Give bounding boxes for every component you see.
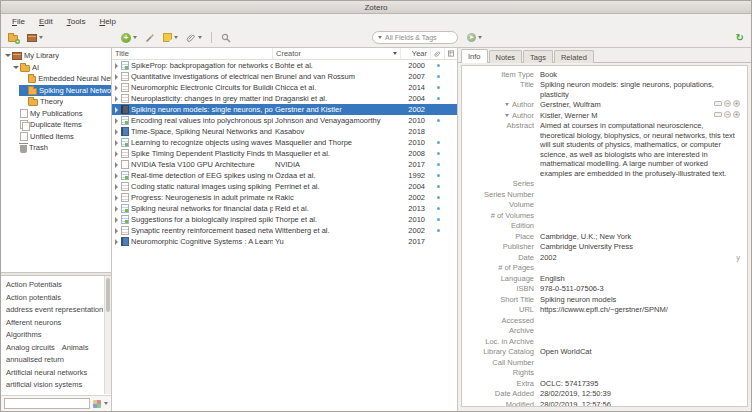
new-library-button[interactable] xyxy=(27,33,43,42)
field-label[interactable]: Archive xyxy=(466,326,540,336)
collection-item-unfiled-items[interactable]: Unfiled Items xyxy=(1,131,111,143)
item-row[interactable]: Spiking neural networks for financial da… xyxy=(112,203,457,214)
menu-file[interactable]: File xyxy=(5,16,32,27)
column-header-creator[interactable]: Creator xyxy=(273,48,401,59)
field-label[interactable]: Author xyxy=(466,111,540,121)
tag-options-icon[interactable] xyxy=(93,400,101,408)
item-row[interactable]: SpikeProp: backpropagation for networks … xyxy=(112,60,457,71)
field-value[interactable]: 2002 xyxy=(540,253,736,263)
field-label[interactable]: Author xyxy=(466,100,540,110)
twisty-collapsed-icon[interactable] xyxy=(114,107,119,113)
column-header-attachments[interactable] xyxy=(431,48,445,59)
collection-item-ai[interactable]: AI xyxy=(1,62,111,74)
item-row[interactable]: Spike Timing Dependent Plasticity Finds … xyxy=(112,148,457,159)
field-label[interactable]: Place xyxy=(466,232,540,242)
twisty-collapsed-icon[interactable] xyxy=(114,173,119,179)
menu-edit[interactable]: Edit xyxy=(32,16,60,27)
twisty-collapsed-icon[interactable] xyxy=(114,239,119,245)
tab-related[interactable]: Related xyxy=(554,50,594,63)
twisty-expanded-icon[interactable] xyxy=(5,54,10,57)
twisty-collapsed-icon[interactable] xyxy=(114,74,119,80)
locate-button[interactable]: ➤ xyxy=(467,33,482,42)
column-picker-button[interactable] xyxy=(445,48,457,59)
item-row[interactable]: Synaptic reentry reinforcement based net… xyxy=(112,225,457,236)
field-value[interactable]: Open WorldCat xyxy=(540,347,740,357)
field-value[interactable]: Gerstner, Wulfram xyxy=(540,100,714,110)
item-row[interactable]: Neuroplasticity: changes in grey matter … xyxy=(112,93,457,104)
menu-help[interactable]: Help xyxy=(92,16,122,27)
field-value[interactable]: English xyxy=(540,274,740,284)
creator-type-menu-icon[interactable] xyxy=(505,103,509,106)
add-creator-button[interactable]: + xyxy=(733,100,740,107)
field-label[interactable]: Title xyxy=(466,80,540,90)
twisty-collapsed-icon[interactable] xyxy=(114,195,119,201)
tag-item[interactable]: Artificial neural networks xyxy=(6,367,87,380)
field-label[interactable]: Publisher xyxy=(466,242,540,252)
field-label[interactable]: Item Type xyxy=(466,70,540,80)
item-row[interactable]: Neuromorphic Cognitive Systems : A Learn… xyxy=(112,236,457,247)
collection-item-trash[interactable]: Trash xyxy=(1,142,111,154)
tab-info[interactable]: Info xyxy=(461,49,488,63)
collection-item-theory[interactable]: Theory xyxy=(1,96,111,108)
item-row[interactable]: Real-time detection of EEG spikes using … xyxy=(112,170,457,181)
field-label[interactable]: ISBN xyxy=(466,284,540,294)
field-value[interactable]: Spiking neuron models: single neurons, p… xyxy=(540,80,740,99)
collection-item-duplicate-items[interactable]: Duplicate Items xyxy=(1,119,111,131)
field-value[interactable]: Cambridge University Press xyxy=(540,242,740,252)
sync-button[interactable]: ↻ xyxy=(736,33,744,43)
field-label[interactable]: Accessed xyxy=(466,316,540,326)
item-row[interactable]: Spiking neuron models: single neurons, p… xyxy=(112,104,457,115)
twisty-collapsed-icon[interactable] xyxy=(114,96,119,102)
field-label[interactable]: Date Added xyxy=(466,389,540,399)
field-value[interactable]: 28/02/2019, 12:50:39 xyxy=(540,389,740,399)
item-row[interactable]: NVIDIA Tesla V100 GPU ArchitectureNVIDIA… xyxy=(112,159,457,170)
twisty-collapsed-icon[interactable] xyxy=(114,206,119,212)
title-bar[interactable]: Zotero xyxy=(1,1,751,14)
field-label[interactable]: Extra xyxy=(466,379,540,389)
field-label[interactable]: # of Volumes xyxy=(466,211,540,221)
new-collection-button[interactable]: + xyxy=(8,33,18,42)
field-label[interactable]: Loc. in Archive xyxy=(466,337,540,347)
field-label[interactable]: Library Catalog xyxy=(466,347,540,357)
field-label[interactable]: Modified xyxy=(466,400,540,408)
tag-item[interactable]: annualised return xyxy=(6,354,64,367)
field-label[interactable]: Short Title xyxy=(466,295,540,305)
twisty-collapsed-icon[interactable] xyxy=(114,118,119,124)
field-label[interactable]: Date xyxy=(466,253,540,263)
field-label[interactable]: Rights xyxy=(466,368,540,378)
add-attachment-button[interactable] xyxy=(186,33,202,43)
tag-item[interactable]: Afferent neurons xyxy=(6,317,61,330)
field-value[interactable]: Spiking neuron models xyxy=(540,295,740,305)
advanced-search-button[interactable] xyxy=(221,33,231,43)
field-label[interactable]: Abstract xyxy=(466,121,540,131)
twisty-collapsed-icon[interactable] xyxy=(114,184,119,190)
field-label[interactable]: Call Number xyxy=(466,358,540,368)
item-row[interactable]: Progress: Neurogenesis in adult primate … xyxy=(112,192,457,203)
field-label[interactable]: Volume xyxy=(466,200,540,210)
item-row[interactable]: Quantitative investigations of electrica… xyxy=(112,71,457,82)
field-label[interactable]: Language xyxy=(466,274,540,284)
twisty-collapsed-icon[interactable] xyxy=(114,129,119,135)
add-by-identifier-button[interactable] xyxy=(145,33,155,43)
field-value[interactable]: https://icwww.epfl.ch/~gerstner/SPNM/ xyxy=(540,305,740,315)
item-row[interactable]: Neuromorphic Electronic Circuits for Bui… xyxy=(112,82,457,93)
twisty-collapsed-icon[interactable] xyxy=(114,162,119,168)
tag-item[interactable]: Animals xyxy=(62,342,89,355)
twisty-collapsed-icon[interactable] xyxy=(114,217,119,223)
collection-item-my-publications[interactable]: My Publications xyxy=(1,108,111,120)
tag-item[interactable]: Action Potentials xyxy=(6,279,62,292)
new-note-button[interactable] xyxy=(163,33,178,42)
tag-item[interactable]: artificial vision systems xyxy=(6,379,82,392)
collection-item-spiking-neural-networks[interactable]: Spiking Neural Networks xyxy=(1,85,111,97)
quick-search-input[interactable]: All Fields & Tags xyxy=(372,31,458,44)
field-label[interactable]: URL xyxy=(466,305,540,315)
field-value[interactable]: 28/02/2019, 12:57:56 xyxy=(540,400,740,408)
field-label[interactable]: Edition xyxy=(466,221,540,231)
field-value[interactable]: Aimed at courses in computational neuros… xyxy=(540,121,740,178)
field-value[interactable]: Cambridge, U.K.; New York xyxy=(540,232,740,242)
tab-notes[interactable]: Notes xyxy=(489,50,523,63)
tag-item[interactable]: address event representation xyxy=(6,304,103,317)
switch-field-mode-button[interactable] xyxy=(714,101,722,106)
field-value[interactable]: 978-0-511-07506-3 xyxy=(540,284,740,294)
menu-tools[interactable]: Tools xyxy=(60,16,93,27)
